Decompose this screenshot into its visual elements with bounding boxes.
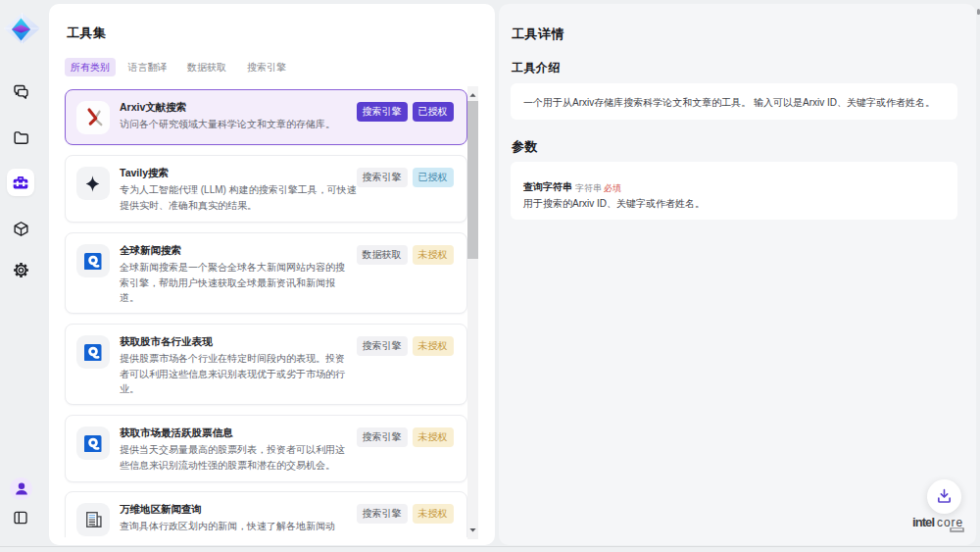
svg-text:intel: intel (912, 515, 935, 529)
